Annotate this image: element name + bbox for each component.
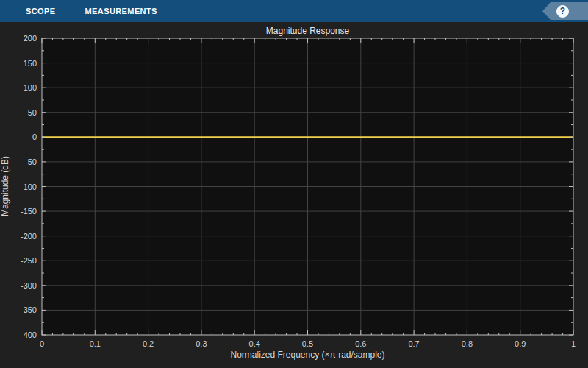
svg-text:50: 50 — [28, 108, 37, 117]
help-button[interactable]: ? — [542, 2, 588, 20]
svg-text:100: 100 — [24, 83, 37, 92]
x-axis-label: Normalized Frequency (×π rad/sample) — [42, 350, 573, 360]
svg-text:0.3: 0.3 — [196, 339, 207, 348]
svg-text:0.9: 0.9 — [514, 339, 526, 348]
tab-measurements[interactable]: MEASUREMENTS — [76, 0, 166, 22]
svg-text:-50: -50 — [25, 158, 37, 166]
svg-text:-200: -200 — [21, 232, 37, 241]
svg-text:0.6: 0.6 — [355, 339, 366, 348]
svg-text:0.2: 0.2 — [143, 339, 154, 348]
svg-text:0.1: 0.1 — [90, 339, 101, 348]
svg-text:-400: -400 — [21, 330, 37, 339]
chart-title: Magnitude Response — [42, 26, 573, 36]
svg-text:0.7: 0.7 — [408, 339, 419, 348]
svg-text:150: 150 — [24, 59, 37, 68]
svg-text:-300: -300 — [21, 281, 37, 290]
svg-text:0.5: 0.5 — [302, 339, 313, 348]
svg-text:-250: -250 — [21, 256, 37, 265]
magnitude-response-plot: 00.10.20.30.40.50.60.70.80.9120015010050… — [0, 22, 588, 368]
tab-scope[interactable]: SCOPE — [17, 0, 65, 22]
svg-text:0.8: 0.8 — [462, 339, 473, 348]
svg-text:1: 1 — [571, 339, 576, 348]
chart-panel: 00.10.20.30.40.50.60.70.80.9120015010050… — [0, 22, 588, 368]
svg-text:-100: -100 — [21, 183, 37, 191]
svg-text:0: 0 — [32, 132, 37, 141]
svg-text:-150: -150 — [21, 207, 37, 216]
svg-text:200: 200 — [24, 34, 37, 43]
svg-text:-350: -350 — [21, 305, 37, 314]
svg-text:0.4: 0.4 — [249, 339, 260, 348]
svg-text:0: 0 — [40, 339, 44, 348]
question-mark-icon: ? — [556, 5, 569, 18]
toolbar: SCOPE MEASUREMENTS ? — [0, 0, 588, 22]
